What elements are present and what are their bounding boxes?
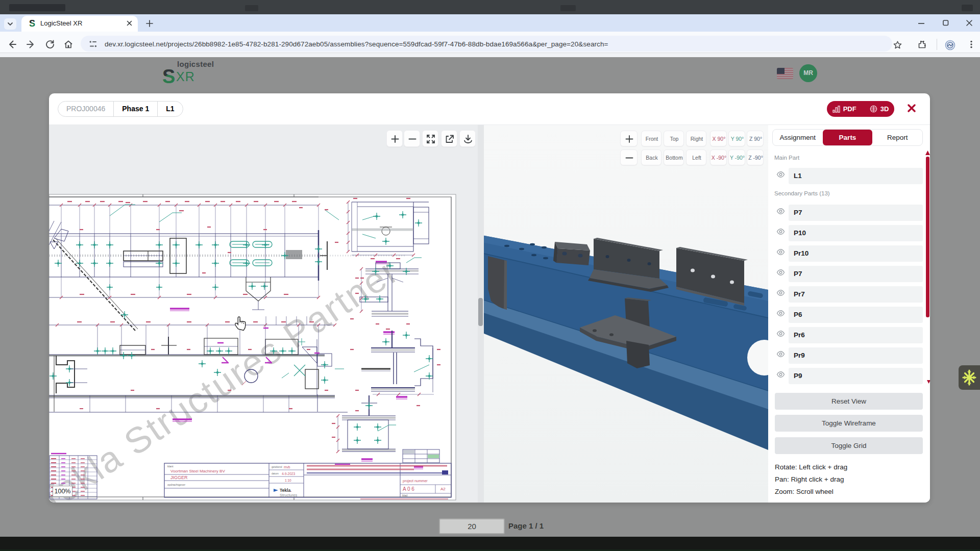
svg-text:getekend: getekend <box>272 465 282 468</box>
svg-text:4-9-2023: 4-9-2023 <box>282 472 295 475</box>
svg-text:A2: A2 <box>440 487 446 491</box>
svg-text:A 0 6: A 0 6 <box>403 486 414 492</box>
svg-text:JIGGER: JIGGER <box>170 475 188 480</box>
svg-text:mvb: mvb <box>284 465 290 469</box>
svg-text:Tekla.: Tekla. <box>280 488 291 493</box>
svg-text:project nummer: project nummer <box>403 479 428 483</box>
svg-text:Structures: Structures <box>280 493 297 497</box>
svg-text:klant: klant <box>167 465 174 468</box>
svg-text:1:10: 1:10 <box>285 479 291 482</box>
svg-text:datum: datum <box>272 472 279 475</box>
svg-text:opdrachtgever: opdrachtgever <box>167 483 185 486</box>
svg-text:Voortman Steel Machinery BV: Voortman Steel Machinery BV <box>170 469 225 473</box>
svg-text:blad: blad <box>402 494 407 497</box>
